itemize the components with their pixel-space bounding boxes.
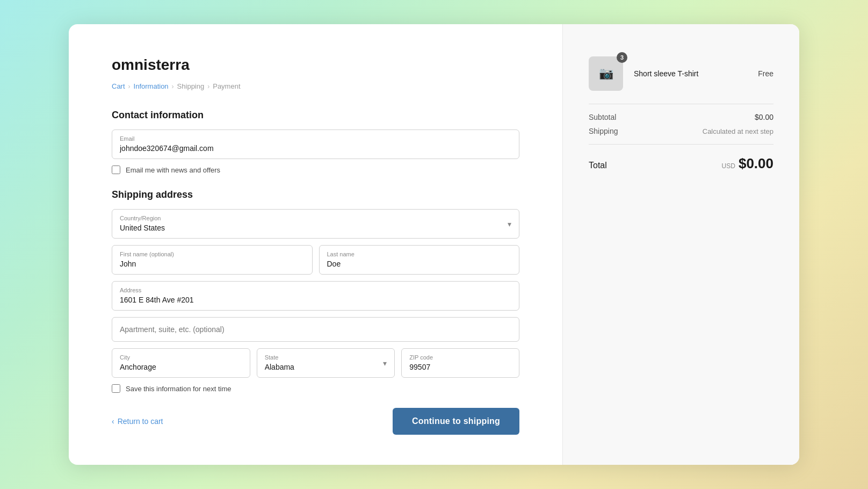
apt-wrapper[interactable]: [112, 317, 519, 342]
country-input[interactable]: [120, 224, 508, 232]
country-group: Country/Region ▾: [112, 209, 519, 239]
apt-input[interactable]: [120, 323, 511, 336]
breadcrumb: Cart › Information › Shipping › Payment: [112, 82, 519, 90]
return-to-cart-link[interactable]: ‹ Return to cart: [112, 417, 163, 426]
total-currency: USD: [722, 162, 735, 170]
address-input[interactable]: [120, 296, 511, 304]
zip-input[interactable]: [409, 363, 511, 371]
subtotal-row: Subtotal $0.00: [589, 113, 773, 121]
breadcrumb-payment: Payment: [213, 82, 240, 90]
city-input[interactable]: [120, 363, 242, 371]
apt-group: [112, 317, 519, 342]
subtotal-label: Subtotal: [589, 113, 616, 121]
breadcrumb-shipping: Shipping: [177, 82, 205, 90]
state-label: State: [265, 354, 384, 361]
return-label: Return to cart: [118, 417, 163, 426]
checkout-modal: omnisterra Cart › Information › Shipping…: [69, 24, 799, 465]
total-amount-wrap: USD $0.00: [722, 155, 773, 172]
newsletter-checkbox[interactable]: [112, 166, 120, 174]
email-input[interactable]: [120, 144, 511, 153]
last-name-input[interactable]: [327, 260, 512, 268]
continue-to-shipping-button[interactable]: Continue to shipping: [393, 408, 519, 435]
product-price: Free: [758, 69, 773, 78]
last-name-wrapper[interactable]: Last name: [319, 245, 520, 275]
product-badge: 3: [617, 52, 627, 63]
newsletter-label[interactable]: Email me with news and offers: [126, 166, 220, 174]
first-name-label: First name (optional): [120, 251, 305, 257]
email-label: Email: [120, 135, 511, 142]
sep-3: ›: [207, 83, 209, 90]
total-amount: $0.00: [739, 155, 773, 172]
breadcrumb-cart[interactable]: Cart: [112, 82, 125, 90]
newsletter-row: Email me with news and offers: [112, 166, 519, 174]
right-panel: 📷 3 Short sleeve T-shirt Free Subtotal $…: [563, 24, 799, 465]
city-label: City: [120, 354, 242, 361]
city-wrapper[interactable]: City: [112, 348, 250, 378]
brand-name: omnisterra: [112, 56, 519, 74]
country-label: Country/Region: [120, 215, 508, 221]
shipping-value: Calculated at next step: [703, 127, 773, 135]
divider-1: [589, 104, 773, 104]
zip-label: ZIP code: [409, 354, 511, 361]
sep-2: ›: [172, 83, 174, 90]
country-dropdown-icon[interactable]: ▾: [508, 220, 511, 228]
left-panel: omnisterra Cart › Information › Shipping…: [69, 24, 563, 465]
bottom-actions: ‹ Return to cart Continue to shipping: [112, 408, 519, 435]
divider-2: [589, 144, 773, 145]
country-input-wrapper[interactable]: Country/Region ▾: [112, 209, 519, 239]
shipping-row: Shipping Calculated at next step: [589, 127, 773, 135]
address-label: Address: [120, 287, 511, 293]
contact-section-title: Contact information: [112, 110, 519, 121]
state-input[interactable]: [265, 363, 384, 371]
product-name: Short sleeve T-shirt: [634, 69, 747, 78]
last-name-label: Last name: [327, 251, 512, 257]
first-name-wrapper[interactable]: First name (optional): [112, 245, 313, 275]
email-group: Email: [112, 130, 519, 159]
chevron-left-icon: ‹: [112, 417, 114, 426]
save-info-label[interactable]: Save this information for next time: [126, 385, 232, 393]
subtotal-value: $0.00: [755, 113, 773, 121]
save-info-checkbox[interactable]: [112, 384, 120, 393]
product-image-wrap: 📷 3: [589, 56, 623, 91]
shipping-label: Shipping: [589, 127, 618, 135]
address-wrapper[interactable]: Address: [112, 281, 519, 311]
address-group: Address: [112, 281, 519, 311]
product-image: 📷: [589, 56, 623, 91]
first-name-input[interactable]: [120, 260, 305, 268]
total-row: Total USD $0.00: [589, 155, 773, 172]
product-row: 📷 3 Short sleeve T-shirt Free: [589, 56, 773, 91]
city-state-zip-row: City State ▾ ZIP code: [112, 348, 519, 378]
zip-wrapper[interactable]: ZIP code: [401, 348, 519, 378]
sep-1: ›: [128, 83, 131, 90]
camera-icon: 📷: [599, 67, 613, 81]
shipping-section-title: Shipping address: [112, 189, 519, 200]
breadcrumb-information: Information: [134, 82, 169, 90]
total-label: Total: [589, 161, 607, 170]
state-dropdown-icon[interactable]: ▾: [383, 359, 387, 368]
state-wrapper[interactable]: State ▾: [257, 348, 395, 378]
name-row: First name (optional) Last name: [112, 245, 519, 275]
save-info-row: Save this information for next time: [112, 384, 519, 393]
email-input-wrapper[interactable]: Email: [112, 130, 519, 159]
